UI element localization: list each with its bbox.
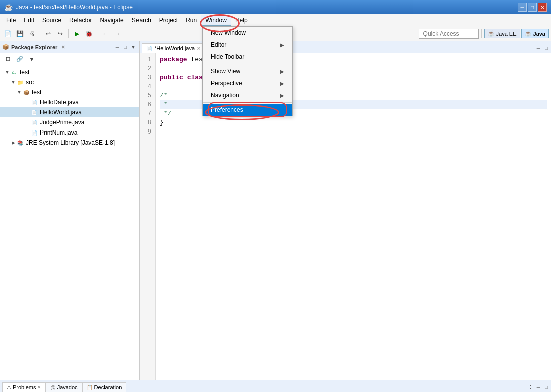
menu-separator-1 — [203, 64, 292, 64]
menu-item-navigation[interactable]: Navigation ▶ — [203, 89, 292, 101]
menu-item-hide-toolbar[interactable]: Hide Toolbar — [203, 51, 292, 63]
menu-item-preferences[interactable]: Preferences — [203, 104, 292, 116]
submenu-arrow-3: ▶ — [280, 81, 284, 86]
window-dropdown-menu: New Window Editor ▶ Hide Toolbar Show Vi… — [202, 26, 293, 116]
menu-item-perspective[interactable]: Perspective ▶ — [203, 77, 292, 89]
menu-item-editor[interactable]: Editor ▶ — [203, 39, 292, 51]
submenu-arrow-4: ▶ — [280, 93, 284, 98]
submenu-arrow-2: ▶ — [280, 69, 284, 74]
menu-item-new-window[interactable]: New Window — [203, 27, 292, 39]
menu-item-show-view[interactable]: Show View ▶ — [203, 65, 292, 77]
submenu-arrow: ▶ — [280, 42, 284, 48]
menu-separator-2 — [203, 102, 292, 103]
